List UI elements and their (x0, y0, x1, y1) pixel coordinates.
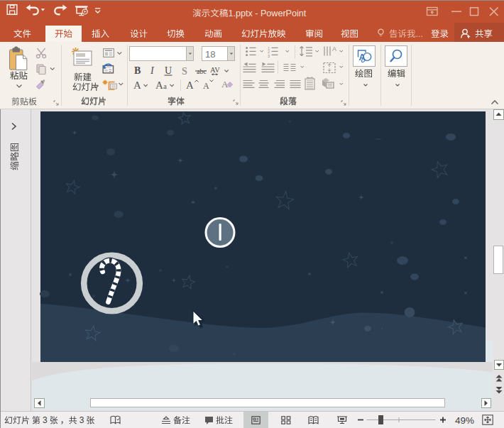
svg-text:18: 18 (205, 48, 215, 59)
svg-text:AV: AV (210, 66, 220, 74)
svg-text:3: 3 (80, 415, 84, 425)
svg-text:I: I (150, 65, 155, 76)
svg-text:A: A (186, 79, 194, 91)
svg-text:3: 3 (268, 54, 270, 58)
svg-text:A: A (332, 45, 336, 53)
svg-text:A: A (155, 79, 163, 91)
svg-text:a: a (163, 82, 167, 90)
svg-text:A: A (221, 79, 229, 89)
svg-text:A: A (203, 81, 209, 91)
svg-text:49%: 49% (455, 415, 474, 426)
svg-text:...: ... (416, 29, 423, 39)
svg-text:3: 3 (43, 415, 48, 425)
svg-text:S: S (182, 66, 187, 77)
svg-text:A: A (133, 79, 141, 91)
svg-text:U: U (165, 65, 172, 76)
svg-text:B: B (134, 65, 141, 76)
svg-text:1.pptx - PowerPoint: 1.pptx - PowerPoint (228, 9, 306, 19)
